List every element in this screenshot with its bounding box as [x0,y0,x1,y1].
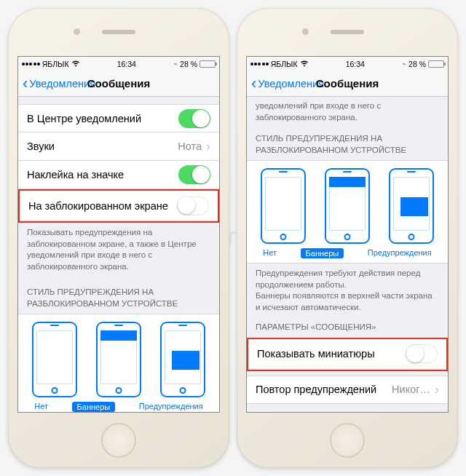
style-label-banners[interactable]: Баннеры [72,402,116,412]
row-label: Повтор предупреждений [256,384,376,395]
battery-icon [200,60,216,68]
row-badge[interactable]: Наклейка на значке [18,161,219,189]
row-label: На заблокированном экране [28,200,168,212]
carrier-label: ЯБЛЫК [42,60,69,68]
screen: ЯБЛЫК 16:34 ⌁ 28 % ‹ Уведомления Сообщен… [17,56,220,413]
bluetooth-icon: ⌁ [173,60,178,68]
home-button[interactable] [101,423,136,458]
style-label-none[interactable]: Нет [263,248,277,258]
alert-style-footer: Предупреждения требуют действия перед пр… [247,263,448,317]
bluetooth-icon: ⌁ [402,60,406,68]
nav-bar: ‹ Уведомления Сообщения [18,71,219,97]
messages-params-header: ПАРАМЕТРЫ «СООБЩЕНИЯ» [247,317,448,338]
home-button[interactable] [330,423,365,458]
phone-speaker [331,30,364,34]
style-label-alerts[interactable]: Предупреждения [368,248,432,258]
highlight-lockscreen-row: На заблокированном экране [18,189,219,223]
page-title: Сообщения [87,77,150,90]
row-value: Нота [178,140,202,152]
signal-dots-icon [22,63,40,66]
style-option-alerts[interactable] [389,168,434,244]
highlight-thumbnails-row: Показывать миниатюры [247,338,448,371]
row-label: Наклейка на значке [27,169,124,181]
phone-speaker [102,30,135,34]
status-bar: ЯБЛЫК 16:34 ⌁ 28 % [247,57,448,71]
screen: ЯБЛЫК 16:34 ⌁ 28 % ‹ Уведомления Сообщен… [246,56,449,413]
signal-dots-icon [250,63,269,66]
group-footer-text: уведомлений при входе в него с заблокиро… [247,97,448,127]
style-option-banners[interactable] [325,168,370,244]
clock-label: 16:34 [117,60,136,68]
back-label: Уведомления [258,78,324,90]
toggle-show-thumbnails[interactable] [406,344,438,363]
row-label: В Центре уведомлений [27,113,141,124]
phone-mockup-left: ЯБЛЫК 16:34 ⌁ 28 % ‹ Уведомления Сообщен… [8,8,229,468]
phone-mockup-right: ЯБЛЫК 16:34 ⌁ 28 % ‹ Уведомления Сообщен… [237,8,458,468]
phone-camera [74,28,80,35]
row-label: Показывать миниатюры [257,348,375,360]
style-label-banners[interactable]: Баннеры [301,248,344,258]
settings-content: В Центре уведомлений Звуки Нота › Наклей… [18,97,219,412]
status-bar: ЯБЛЫК 16:34 ⌁ 28 % [18,57,219,71]
row-lockscreen[interactable]: На заблокированном экране [20,191,218,221]
row-show-thumbnails[interactable]: Показывать миниатюры [248,339,446,370]
battery-pct-label: 28 % [408,60,426,68]
battery-icon [428,60,444,68]
group-footer-text: Показывать предупреждения на заблокирова… [18,223,219,277]
style-option-none[interactable] [32,322,77,397]
alert-style-header: СТИЛЬ ПРЕДУПРЕЖДЕНИЯ НА РАЗБЛОКИРОВАННОМ… [18,277,219,314]
toggle-lockscreen[interactable] [177,197,209,215]
back-label: Уведомления [29,78,95,90]
style-option-alerts[interactable] [160,322,205,397]
back-button[interactable]: ‹ Уведомления [251,78,324,90]
row-label: Звуки [27,140,55,152]
alert-style-header: СТИЛЬ ПРЕДУПРЕЖДЕНИЯ НА РАЗБЛОКИРОВАННОМ… [247,127,448,160]
row-repeat-alerts[interactable]: Повтор предупреждений Никог… › [247,376,448,404]
carrier-label: ЯБЛЫК [271,60,298,68]
style-label-alerts[interactable]: Предупреждения [139,402,203,412]
nav-bar: ‹ Уведомления Сообщения [247,71,448,97]
settings-content: уведомлений при входе в него с заблокиро… [247,97,448,412]
style-label-none[interactable]: Нет [34,402,48,412]
alert-style-picker[interactable]: Нет Баннеры Предупреждения [18,314,219,412]
wifi-icon [300,60,309,67]
toggle-notification-center[interactable] [178,109,210,128]
row-value: Никог… [392,384,430,395]
toggle-badge[interactable] [178,165,210,184]
style-option-none[interactable] [261,168,306,244]
row-sounds[interactable]: Звуки Нота › [18,132,219,161]
wifi-icon [71,60,80,67]
battery-pct-label: 28 % [180,60,197,68]
page-title: Сообщения [316,77,379,90]
clock-label: 16:34 [346,60,365,68]
phone-camera [302,28,309,35]
style-option-banners[interactable] [96,322,141,397]
back-button[interactable]: ‹ Уведомления [23,78,95,90]
alert-style-picker[interactable]: Нет Баннеры Предупреждения [247,160,448,263]
row-notification-center[interactable]: В Центре уведомлений [18,104,219,132]
